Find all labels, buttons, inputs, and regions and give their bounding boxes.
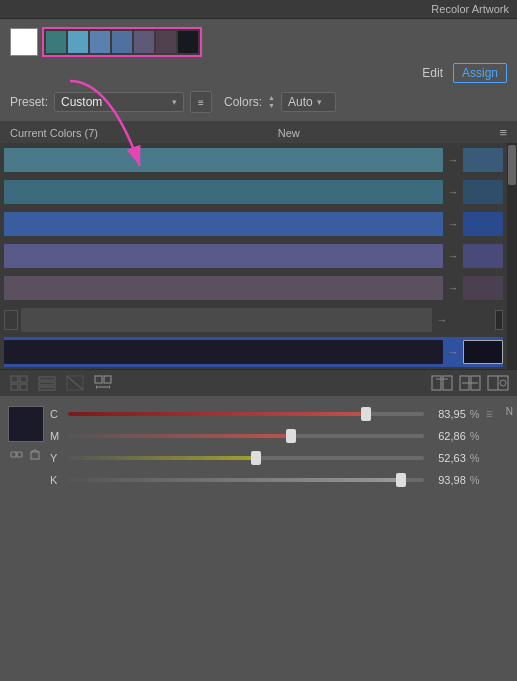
swatch-7[interactable]	[178, 31, 198, 53]
colors-dropdown[interactable]: Auto ▾	[281, 92, 336, 112]
svg-rect-15	[432, 376, 441, 390]
color-preview[interactable]	[8, 406, 44, 442]
slider-row-m: M 62,86 %	[50, 428, 500, 444]
new-color-7[interactable]	[463, 340, 503, 364]
toolbar-icon-r2[interactable]	[459, 374, 481, 392]
colors-value: Auto	[288, 95, 313, 109]
move-svg	[94, 375, 112, 391]
r3-svg	[487, 375, 509, 391]
tab-assign[interactable]: Assign	[453, 63, 507, 83]
main-color-7[interactable]	[4, 340, 443, 364]
toolbar-icon-no[interactable]	[64, 374, 86, 392]
row6-right-swatch[interactable]	[495, 310, 503, 330]
svg-rect-2	[20, 376, 27, 382]
k-slider-track[interactable]	[68, 478, 424, 482]
m-label: M	[50, 430, 64, 442]
svg-marker-14	[108, 385, 110, 389]
row6-left-swatch[interactable]	[4, 310, 18, 330]
new-color-3[interactable]	[463, 212, 503, 236]
color-rows-container: → → → →	[0, 143, 517, 369]
toolbar-icon-r3[interactable]	[487, 374, 509, 392]
color-area-menu-icon[interactable]: ≡	[499, 125, 507, 140]
toolbar-icon-move[interactable]	[92, 374, 114, 392]
cmyk-bottom-icons	[9, 446, 44, 462]
tab-edit[interactable]: Edit	[416, 64, 449, 82]
toolbar-icon-r1[interactable]	[431, 374, 453, 392]
k-label: K	[50, 474, 64, 486]
k-slider-thumb[interactable]	[396, 473, 406, 487]
table-row: →	[4, 177, 503, 207]
main-color-6[interactable]	[21, 308, 432, 332]
n-label: N	[506, 406, 513, 417]
svg-rect-6	[39, 382, 55, 385]
main-color-4[interactable]	[4, 244, 443, 268]
scrollbar[interactable]	[507, 143, 517, 369]
main-color-2[interactable]	[4, 180, 443, 204]
y-value: 52,63	[428, 452, 466, 464]
cmyk-area: C 83,95 % ≡ M 62,86 % Y	[0, 400, 517, 492]
grid1-svg	[10, 375, 28, 391]
toolbar-icon-bars[interactable]	[36, 374, 58, 392]
new-color-5[interactable]	[463, 276, 503, 300]
new-color-1[interactable]	[463, 148, 503, 172]
swatch-3[interactable]	[90, 31, 110, 53]
slider-row-c: C 83,95 % ≡	[50, 406, 500, 422]
main-color-5[interactable]	[4, 276, 443, 300]
new-color-4[interactable]	[463, 244, 503, 268]
svg-rect-27	[31, 452, 39, 459]
swatch-5[interactable]	[134, 31, 154, 53]
swatch-6[interactable]	[156, 31, 176, 53]
table-row: →	[4, 337, 503, 367]
link-svg	[10, 448, 23, 461]
y-slider-track[interactable]	[68, 456, 424, 460]
swatch-1[interactable]	[46, 31, 66, 53]
c-menu-icon[interactable]: ≡	[486, 407, 500, 421]
svg-rect-25	[17, 452, 22, 457]
svg-rect-24	[11, 452, 16, 457]
arrow-icon-1: →	[446, 154, 460, 166]
m-pct: %	[470, 430, 482, 442]
svg-point-23	[500, 380, 506, 386]
c-slider-track[interactable]	[68, 412, 424, 416]
table-row: →	[4, 209, 503, 239]
main-color-3[interactable]	[4, 212, 443, 236]
y-slider-thumb[interactable]	[251, 451, 261, 465]
cube-icon[interactable]	[28, 446, 44, 462]
colors-label: Colors:	[224, 95, 262, 109]
arrow-icon-4: →	[446, 250, 460, 262]
m-slider-fill	[68, 434, 292, 438]
y-label: Y	[50, 452, 64, 464]
c-slider-thumb[interactable]	[361, 407, 371, 421]
new-color-2[interactable]	[463, 180, 503, 204]
scrollbar-thumb[interactable]	[508, 145, 516, 185]
slider-row-y: Y 52,63 %	[50, 450, 500, 466]
m-slider-track[interactable]	[68, 434, 424, 438]
new-label: New	[278, 127, 300, 139]
svg-marker-13	[96, 385, 98, 389]
panel-title: Recolor Artwork	[431, 3, 509, 15]
n-column: N	[506, 406, 513, 417]
svg-rect-4	[20, 384, 27, 390]
svg-line-9	[67, 376, 83, 390]
color-rows: → → → →	[0, 143, 507, 369]
toolbar-icon-grid1[interactable]	[8, 374, 30, 392]
preset-list-button[interactable]: ≡	[190, 91, 212, 113]
m-slider-thumb[interactable]	[286, 429, 296, 443]
arrow-icon-2: →	[446, 186, 460, 198]
c-value: 83,95	[428, 408, 466, 420]
svg-rect-7	[39, 387, 55, 390]
svg-rect-1	[11, 376, 18, 382]
swatch-4[interactable]	[112, 31, 132, 53]
title-bar: Recolor Artwork	[0, 0, 517, 19]
colors-stepper[interactable]: ▲ ▼	[268, 94, 275, 110]
main-color-1[interactable]	[4, 148, 443, 172]
swatch-2[interactable]	[68, 31, 88, 53]
link-icon[interactable]	[9, 446, 25, 462]
r2-svg	[459, 375, 481, 391]
color-area: Current Colors (7) New ≡ → → →	[0, 121, 517, 396]
preset-value: Custom	[61, 95, 168, 109]
c-label: C	[50, 408, 64, 420]
preset-dropdown[interactable]: Custom ▾	[54, 92, 184, 112]
new-color-6[interactable]	[452, 308, 492, 332]
white-swatch[interactable]	[10, 28, 38, 56]
